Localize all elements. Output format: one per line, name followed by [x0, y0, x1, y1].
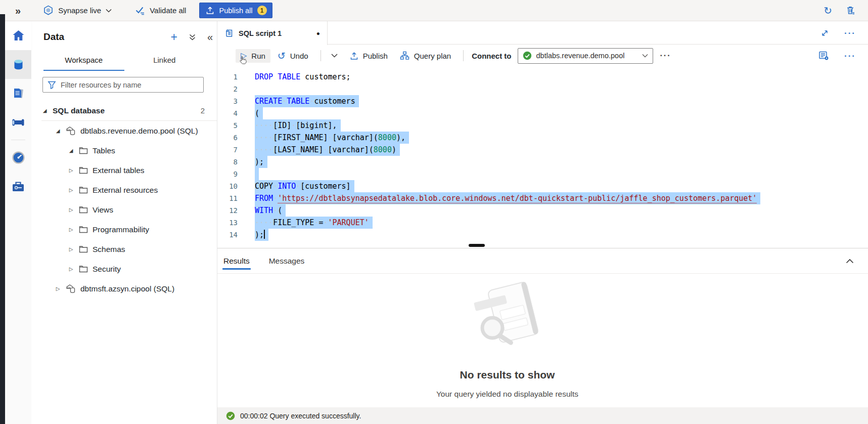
code-line[interactable]: 8);	[217, 156, 868, 168]
collapse-results-chevron-up-icon[interactable]	[846, 259, 854, 264]
line-number[interactable]: 12	[217, 204, 238, 217]
undo-icon: ↺	[278, 51, 286, 61]
line-number[interactable]: 1	[217, 71, 238, 83]
editor-more-icon[interactable]: ···	[844, 52, 856, 60]
line-number[interactable]: 2	[217, 83, 238, 95]
tree-item-views[interactable]: ▷Views	[31, 200, 217, 220]
tab-messages[interactable]: Messages	[269, 248, 305, 274]
publish-all-button[interactable]: Publish all 1	[199, 3, 272, 18]
tab-workspace[interactable]: Workspace	[43, 50, 124, 71]
query-plan-button[interactable]: Query plan	[395, 49, 456, 63]
twisty-collapsed-icon[interactable]: ▷	[68, 207, 74, 213]
query-plan-label: Query plan	[414, 52, 451, 60]
discard-trash-icon[interactable]	[845, 5, 856, 16]
tree-item-programmability[interactable]: ▷Programmability	[31, 220, 217, 239]
tree-item-dbtmsft-azsyn-cipool-sql[interactable]: ▷dbtmsft.azsyn.cipool (SQL)	[31, 279, 217, 299]
tree-item-dbtlabs-revenue-demo-pool-sql[interactable]: ◢dbtlabs.revenue.demo.pool (SQL)	[31, 121, 217, 141]
nav-monitor-button[interactable]	[5, 143, 31, 172]
nav-develop-button[interactable]	[5, 79, 31, 108]
expand-sidebar-icon[interactable]: »	[15, 6, 21, 16]
top-command-bar: » Synapse live Validate all Publish all …	[0, 0, 868, 21]
code-token: [ID]	[273, 121, 291, 130]
code-token: 'https://dbtlabsynapsedatalake.blob.core…	[278, 194, 757, 203]
twisty-expanded-icon[interactable]: ◢	[68, 148, 74, 153]
code-token: 8000	[374, 145, 392, 154]
filter-input[interactable]: Filter resources by name	[42, 77, 204, 93]
properties-icon[interactable]	[818, 51, 829, 61]
tab-results[interactable]: Results	[223, 248, 250, 274]
line-number[interactable]: 4	[217, 107, 238, 119]
validate-all-button[interactable]: Validate all	[135, 6, 186, 15]
code-line[interactable]: 12WITH·(	[217, 204, 868, 217]
status-message: 00:00:02 Query executed successfully.	[240, 412, 361, 420]
code-line[interactable]: 7····[LAST_NAME]·[varchar](8000)	[217, 144, 868, 156]
line-number[interactable]: 8	[217, 156, 238, 168]
code-line[interactable]: 3CREATE·TABLE·customers	[217, 95, 868, 107]
nav-integrate-button[interactable]	[5, 108, 31, 137]
line-number[interactable]: 11	[217, 192, 238, 204]
code-line[interactable]: 14);	[217, 229, 868, 241]
code-token: ·	[273, 182, 278, 191]
no-results-illustration	[465, 280, 551, 351]
line-number[interactable]: 14	[217, 229, 238, 241]
twisty-expanded-icon[interactable]: ◢	[41, 108, 48, 113]
tab-more-icon[interactable]: ···	[844, 29, 856, 37]
code-token: COPY	[255, 182, 273, 191]
code-line-text: COPY·INTO·[customers]	[238, 180, 354, 192]
code-editor[interactable]: 1DROP TABLE customers;23CREATE·TABLE·cus…	[217, 66, 868, 248]
twisty-collapsed-icon[interactable]: ▷	[55, 286, 61, 291]
add-resource-icon[interactable]: +	[170, 31, 177, 43]
twisty-collapsed-icon[interactable]: ▷	[68, 266, 74, 272]
twisty-collapsed-icon[interactable]: ▷	[68, 227, 74, 232]
twisty-collapsed-icon[interactable]: ▷	[68, 167, 74, 173]
code-line[interactable]: 4(	[217, 107, 868, 119]
data-explorer-panel: Data + « Workspace Linked Filter resourc…	[31, 21, 217, 424]
code-line[interactable]: 1DROP TABLE customers;	[217, 71, 868, 83]
undo-redo-dropdown-button[interactable]	[326, 51, 343, 60]
nav-data-button[interactable]	[5, 50, 31, 79]
tree-item-schemas[interactable]: ▷Schemas	[31, 239, 217, 259]
code-line[interactable]: 9	[217, 168, 868, 180]
publish-button[interactable]: Publish	[345, 49, 393, 63]
line-number[interactable]: 10	[217, 180, 238, 192]
line-number[interactable]: 13	[217, 217, 238, 229]
code-line[interactable]: 11FROM·'https://dbtlabsynapsedatalake.bl…	[217, 192, 868, 204]
tree-item-tables[interactable]: ◢Tables	[31, 141, 217, 160]
panel-resize-grip[interactable]	[469, 244, 485, 247]
collapse-pane-icon[interactable]: «	[207, 32, 213, 42]
tree-item-external-resources[interactable]: ▷External resources	[31, 180, 217, 200]
line-number[interactable]: 6	[217, 132, 238, 144]
refresh-icon[interactable]: ↻	[824, 6, 832, 16]
tree-item-security[interactable]: ▷Security	[31, 259, 217, 279]
collapse-all-icon[interactable]	[189, 33, 196, 41]
code-line[interactable]: 6····[FIRST_NAME]·[varchar](8000),	[217, 132, 868, 144]
results-tab-bar: Results Messages	[217, 248, 868, 274]
twisty-expanded-icon[interactable]: ◢	[55, 128, 61, 134]
code-token: ·	[291, 121, 296, 130]
sql-pool-icon	[66, 126, 76, 136]
gauge-icon	[12, 151, 25, 164]
line-number[interactable]: 7	[217, 144, 238, 156]
expand-editor-icon[interactable]	[820, 29, 829, 37]
mode-switcher[interactable]: Synapse live	[43, 5, 112, 16]
code-line[interactable]: 2	[217, 83, 868, 95]
toolbar-more-icon[interactable]: ···	[660, 52, 671, 60]
nav-manage-button[interactable]	[5, 172, 31, 201]
tab-title: SQL script 1	[239, 29, 282, 37]
tab-linked[interactable]: Linked	[124, 50, 205, 71]
twisty-collapsed-icon[interactable]: ▷	[68, 246, 74, 252]
code-line[interactable]: 10COPY·INTO·[customers]	[217, 180, 868, 192]
twisty-collapsed-icon[interactable]: ▷	[68, 187, 74, 193]
tree-item-external-tables[interactable]: ▷External tables	[31, 160, 217, 180]
tree-item-sql-database[interactable]: ◢SQL database2	[31, 101, 217, 120]
tab-sql-script-1[interactable]: SQL script 1 ●	[217, 21, 328, 45]
run-label: Run	[251, 52, 265, 60]
line-number[interactable]: 9	[217, 168, 238, 180]
nav-home-button[interactable]	[5, 21, 31, 50]
pool-select-dropdown[interactable]: dbtlabs.revenue.demo.pool	[518, 48, 653, 64]
code-line[interactable]: 13····FILE_TYPE·=·'PARQUET'	[217, 217, 868, 229]
line-number[interactable]: 3	[217, 95, 238, 107]
line-number[interactable]: 5	[217, 119, 238, 132]
undo-button[interactable]: ↺ Undo	[272, 49, 313, 63]
code-line[interactable]: 5····[ID]·[bigint],	[217, 119, 868, 132]
